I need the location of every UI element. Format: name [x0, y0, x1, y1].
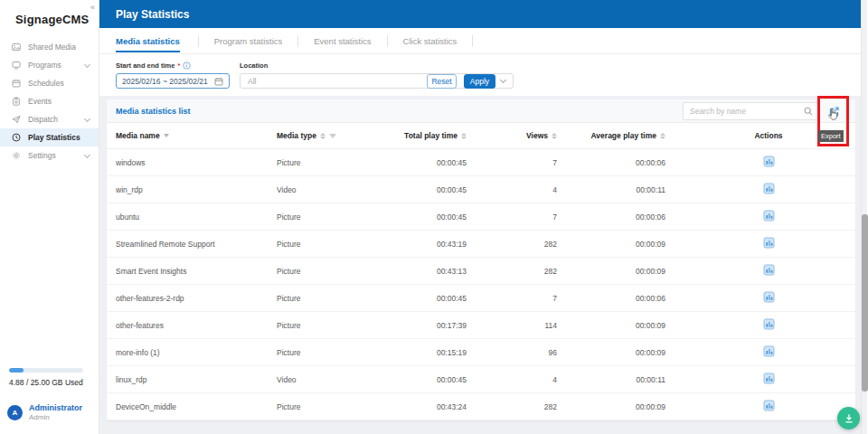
avg-cell: 00:00:09	[557, 267, 665, 276]
app-logo: SignageCMS	[15, 13, 89, 26]
actions-cell	[665, 264, 846, 278]
chevron-down-icon	[500, 77, 506, 83]
page-title: Play Statistics	[116, 8, 189, 21]
export-icon	[828, 106, 840, 118]
date-range-input[interactable]: 2025/02/16 ~ 2025/02/21	[116, 73, 230, 89]
total-cell: 00:43:19	[394, 240, 467, 249]
column-header-actions[interactable]: Actions	[665, 131, 846, 140]
name-cell: Smart Event Insights	[116, 267, 277, 276]
views-cell: 96	[467, 348, 557, 357]
sidebar-item-shared-media[interactable]: Shared Media	[0, 38, 99, 56]
column-label: Total play time	[404, 131, 458, 140]
sidebar-item-programs[interactable]: Programs	[0, 56, 99, 74]
export-button[interactable]	[826, 104, 841, 118]
sidebar-item-events[interactable]: Events	[0, 92, 99, 110]
avg-cell: 00:00:09	[557, 240, 665, 249]
tab-event-statistics[interactable]: Event statistics	[298, 28, 386, 53]
tab-program-statistics[interactable]: Program statistics	[199, 28, 298, 53]
type-cell: Video	[277, 185, 394, 194]
statistics-report-icon[interactable]	[763, 237, 775, 249]
apply-button[interactable]: Apply	[464, 74, 495, 89]
statistics-report-icon[interactable]	[763, 345, 775, 357]
sidebar-item-label: Dispatch	[28, 115, 58, 124]
type-cell: Picture	[277, 267, 394, 276]
column-header-name[interactable]: Media name	[116, 131, 277, 140]
sidebar-item-settings[interactable]: Settings	[0, 146, 99, 165]
type-cell: Picture	[277, 240, 394, 249]
tab-click-statistics[interactable]: Click statistics	[388, 28, 473, 53]
name-cell: linux_rdp	[116, 375, 277, 384]
statistics-report-icon[interactable]	[763, 183, 775, 194]
sidebar-item-dispatch[interactable]: Dispatch	[0, 110, 99, 128]
reset-button[interactable]: Reset	[427, 74, 457, 89]
avg-cell: 00:00:06	[557, 158, 665, 167]
statistics-report-icon[interactable]	[763, 291, 775, 303]
date-range-label: Start and end time*	[116, 61, 191, 70]
views-cell: 4	[467, 375, 557, 384]
sidebar-item-play-statistics[interactable]: Play Statistics	[0, 128, 99, 146]
avg-cell: 00:00:06	[557, 294, 665, 303]
chevron-down-icon	[84, 151, 90, 157]
type-cell: Picture	[277, 212, 394, 222]
name-cell: other-features	[116, 321, 277, 330]
download-fab[interactable]	[837, 407, 860, 429]
name-cell: windows	[116, 158, 277, 167]
main-area: Play Statistics Media statisticsProgram …	[99, 0, 861, 434]
table-body: windowsPicture00:00:45700:00:06win_rdpVi…	[107, 149, 855, 420]
vertical-scrollbar	[861, 0, 867, 434]
column-header-views[interactable]: Views	[467, 131, 557, 140]
shared-media-icon	[12, 39, 21, 55]
sidebar-item-schedules[interactable]: Schedules	[0, 74, 99, 92]
user-profile[interactable]: A Administrator Admin	[7, 403, 82, 421]
sidebar-item-label: Settings	[28, 151, 56, 160]
statistics-report-icon[interactable]	[763, 400, 775, 411]
column-header-type[interactable]: Media type	[277, 131, 394, 140]
avg-cell: 00:00:11	[557, 375, 665, 384]
statistics-report-icon[interactable]	[763, 373, 775, 384]
info-icon[interactable]	[183, 61, 191, 70]
sort-descending-icon	[164, 134, 169, 137]
column-label: Views	[526, 131, 548, 140]
statistics-report-icon[interactable]	[763, 264, 775, 276]
calendar-icon	[214, 77, 223, 86]
search-input[interactable]	[684, 107, 804, 116]
statistics-report-icon[interactable]	[763, 156, 775, 167]
play-statistics-icon	[12, 129, 21, 146]
table-row: other-features-2-rdpPicture00:00:45700:0…	[107, 285, 855, 312]
card-header: Media statistics list	[107, 99, 855, 123]
content-area: Media statistics list Media nameMedia ty…	[99, 96, 861, 434]
type-cell: Picture	[277, 402, 394, 411]
total-cell: 00:17:39	[394, 321, 467, 330]
statistics-report-icon[interactable]	[763, 210, 775, 222]
download-icon	[844, 413, 854, 424]
avg-cell: 00:00:11	[557, 185, 665, 194]
sidebar-item-label: Play Statistics	[28, 133, 80, 142]
scrollbar-thumb[interactable]	[862, 214, 868, 392]
column-header-avg[interactable]: Average play time	[557, 131, 665, 140]
actions-cell	[665, 237, 846, 250]
statistics-report-icon[interactable]	[763, 318, 775, 330]
storage-label: 4.88 / 25.00 GB Used	[9, 378, 90, 387]
total-cell: 00:00:45	[394, 294, 467, 303]
table-row: Smart Event InsightsPicture00:43:1328200…	[107, 258, 855, 285]
type-cell: Video	[277, 375, 394, 384]
programs-icon	[12, 57, 21, 73]
dispatch-icon	[12, 111, 21, 127]
search-icon	[804, 107, 813, 116]
sidebar-menu: Shared Media Programs Schedules Events D…	[0, 38, 99, 165]
table-row: win_rdpVideo00:00:45400:00:11	[107, 176, 855, 203]
page-header: Play Statistics	[99, 0, 861, 28]
views-cell: 7	[467, 158, 557, 167]
sidebar-collapse-icon[interactable]: «	[90, 3, 95, 12]
actions-cell	[665, 345, 846, 359]
type-cell: Picture	[277, 294, 394, 303]
tab-media-statistics[interactable]: Media statistics	[116, 28, 198, 53]
avg-cell: 00:00:09	[557, 402, 665, 411]
total-cell: 00:00:45	[394, 185, 467, 194]
name-cell: other-features-2-rdp	[116, 294, 277, 303]
views-cell: 282	[467, 402, 557, 411]
tabbar: Media statisticsProgram statisticsEvent …	[99, 28, 861, 54]
column-header-total[interactable]: Total play time	[394, 131, 467, 140]
filter-icon[interactable]	[329, 134, 336, 138]
total-cell: 00:00:45	[394, 212, 467, 222]
